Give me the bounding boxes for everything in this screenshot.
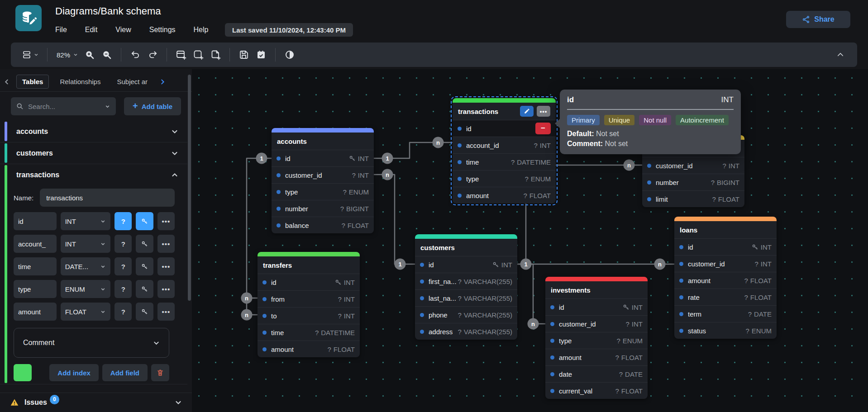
primary-key-toggle[interactable] xyxy=(136,212,153,230)
field-more-button[interactable]: ••• xyxy=(157,303,175,321)
relationship-line[interactable] xyxy=(517,264,545,324)
field-more-button[interactable]: ••• xyxy=(157,235,175,253)
table-field-row[interactable]: status?ENUM xyxy=(674,322,777,339)
canvas-table-transfers[interactable]: transfersidINTfrom?INTto?INTtime?DATETIM… xyxy=(258,252,360,357)
table-field-row[interactable]: number?BIGINT xyxy=(272,200,374,217)
table-field-row[interactable]: idINT xyxy=(674,238,777,255)
table-field-row[interactable]: term?DATE xyxy=(674,305,777,322)
zoom-level-dropdown[interactable]: 82% xyxy=(53,46,81,63)
comment-collapse[interactable]: Comment xyxy=(14,328,169,358)
table-field-row[interactable]: limit?FLOAT xyxy=(642,190,744,207)
table-field-row[interactable]: type?ENUM xyxy=(453,170,556,187)
theme-contrast-button[interactable] xyxy=(281,46,298,63)
table-field-row[interactable]: idINT xyxy=(415,256,517,273)
canvas-table-accounts[interactable]: accountsidINTcustomer_id?INTtype?ENUMnum… xyxy=(272,128,374,233)
diagram-layout-button[interactable] xyxy=(19,46,42,63)
table-field-row[interactable]: customer_id?INT xyxy=(642,157,744,174)
table-field-row[interactable]: type?ENUM xyxy=(272,183,374,200)
collapse-toolbar-button[interactable] xyxy=(832,46,849,63)
tabs-scroll-left-icon[interactable] xyxy=(0,79,14,85)
nullable-toggle[interactable]: ? xyxy=(114,212,132,230)
table-field-row[interactable]: idINT xyxy=(258,274,360,290)
field-type-select[interactable]: ENUM xyxy=(61,280,110,298)
table-field-row[interactable]: amount?FLOAT xyxy=(453,187,556,204)
todo-button[interactable] xyxy=(253,46,270,63)
table-field-row[interactable]: from?INT xyxy=(258,290,360,307)
tab-relationships[interactable]: Relationships xyxy=(54,75,106,88)
table-field-row[interactable]: amount?FLOAT xyxy=(674,272,777,289)
tab-subject-areas[interactable]: Subject ar xyxy=(111,75,153,88)
table-field-row[interactable]: phone?VARCHAR(255) xyxy=(415,306,517,323)
table-field-row[interactable]: current_val?FLOAT xyxy=(545,382,648,399)
add-area-button[interactable] xyxy=(190,46,207,63)
field-type-select[interactable]: DATE... xyxy=(61,257,110,275)
field-more-button[interactable]: ••• xyxy=(157,257,175,275)
canvas-table-customers[interactable]: customersidINTfirst_na...?VARCHAR(255)la… xyxy=(415,234,517,340)
edit-table-button[interactable] xyxy=(520,106,534,117)
table-field-row[interactable]: amount?FLOAT xyxy=(258,341,360,357)
delete-field-button[interactable]: − xyxy=(535,123,551,134)
primary-key-toggle[interactable] xyxy=(136,280,153,298)
field-more-button[interactable]: ••• xyxy=(157,212,175,230)
primary-key-toggle[interactable] xyxy=(136,257,153,275)
table-field-row[interactable]: number?BIGINT xyxy=(642,174,744,190)
table-field-row[interactable]: customer_id?INT xyxy=(674,255,777,272)
field-type-select[interactable]: INT xyxy=(61,212,110,230)
table-menu-button[interactable]: ••• xyxy=(537,106,550,117)
table-field-row[interactable]: rate?FLOAT xyxy=(674,289,777,305)
table-field-row[interactable]: customer_id?INT xyxy=(272,166,374,183)
sidebar-item-transactions[interactable]: transactions xyxy=(0,164,187,186)
add-note-button[interactable] xyxy=(207,46,224,63)
table-field-row[interactable]: address?VARCHAR(255) xyxy=(415,323,517,340)
table-field-row[interactable]: first_na...?VARCHAR(255) xyxy=(415,273,517,289)
add-index-button[interactable]: Add index xyxy=(49,364,99,381)
redo-button[interactable] xyxy=(144,46,161,63)
zoom-in-button[interactable] xyxy=(81,46,98,63)
field-type-select[interactable]: FLOAT xyxy=(61,303,110,321)
sidebar-item-accounts[interactable]: accounts xyxy=(0,121,187,142)
field-name-button[interactable]: type xyxy=(14,280,57,298)
add-table-button[interactable]: + Add table xyxy=(124,97,181,115)
menu-file[interactable]: File xyxy=(55,26,67,34)
sidebar-item-customers[interactable]: customers xyxy=(0,142,187,164)
canvas-table-transactions[interactable]: transactions•••id−account_id?INTtime?DAT… xyxy=(453,98,556,204)
nullable-toggle[interactable]: ? xyxy=(114,235,132,253)
menu-edit[interactable]: Edit xyxy=(85,26,98,34)
relationship-line[interactable] xyxy=(374,175,415,264)
tabs-scroll-right-icon[interactable] xyxy=(156,79,169,85)
table-field-row[interactable]: last_na...?VARCHAR(255) xyxy=(415,289,517,306)
field-name-button[interactable]: amount xyxy=(14,303,57,321)
table-field-row[interactable]: balance?FLOAT xyxy=(272,217,374,233)
primary-key-toggle[interactable] xyxy=(136,235,153,253)
field-name-button[interactable]: time xyxy=(14,257,57,275)
delete-table-button[interactable] xyxy=(151,364,169,381)
table-field-row[interactable]: customer_id?INT xyxy=(545,315,648,332)
nullable-toggle[interactable]: ? xyxy=(114,280,132,298)
table-field-row[interactable]: time?DATETIME xyxy=(258,324,360,341)
field-name-button[interactable]: id xyxy=(14,212,57,230)
table-color-swatch[interactable] xyxy=(14,364,32,381)
add-table-button-toolbar[interactable] xyxy=(172,46,190,63)
field-more-button[interactable]: ••• xyxy=(157,280,175,298)
search-input[interactable]: Search... xyxy=(11,97,116,115)
table-field-row[interactable]: id− xyxy=(453,120,556,137)
table-field-row[interactable]: amount?FLOAT xyxy=(545,349,648,365)
table-field-row[interactable]: account_id?INT xyxy=(453,137,556,153)
table-name-input[interactable] xyxy=(40,189,175,207)
issues-bar[interactable]: Issues 0 xyxy=(0,393,192,412)
table-field-row[interactable]: type?ENUM xyxy=(545,332,648,349)
menu-help[interactable]: Help xyxy=(194,26,209,34)
table-field-row[interactable]: time?DATETIME xyxy=(453,153,556,170)
sidebar-scrollbar[interactable] xyxy=(188,75,191,301)
primary-key-toggle[interactable] xyxy=(136,303,153,321)
app-logo[interactable] xyxy=(15,5,42,31)
table-field-row[interactable]: date?DATE xyxy=(545,365,648,382)
save-button[interactable] xyxy=(235,46,253,63)
table-field-row[interactable]: idINT xyxy=(545,298,648,315)
undo-button[interactable] xyxy=(127,46,144,63)
share-button[interactable]: Share xyxy=(786,11,850,28)
nullable-toggle[interactable]: ? xyxy=(114,303,132,321)
table-field-row[interactable]: to?INT xyxy=(258,307,360,324)
add-field-button[interactable]: Add field xyxy=(102,364,148,381)
tab-tables[interactable]: Tables xyxy=(16,75,49,89)
